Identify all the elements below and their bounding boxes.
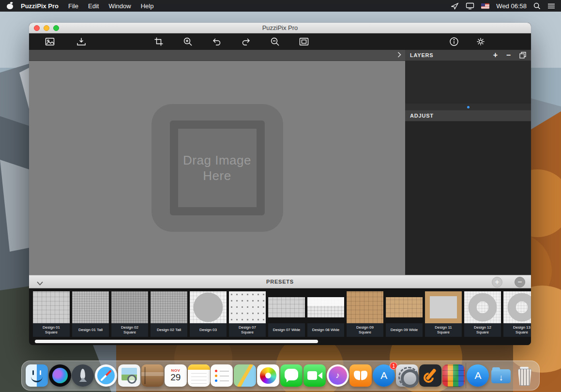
window-title: PuzziPix Pro: [262, 24, 298, 31]
preset-design-03[interactable]: Design 03: [190, 291, 227, 345]
open-image-icon[interactable]: [45, 37, 55, 46]
zoom-in-icon[interactable]: [182, 37, 193, 46]
preset-design-12-square[interactable]: Design 12 Square: [464, 291, 501, 345]
preset-label: Design 01 Tall: [72, 323, 109, 337]
remove-preset-icon[interactable]: −: [515, 277, 525, 287]
preset-design-11-square[interactable]: Design 11 Square: [425, 291, 462, 345]
preset-design-13-square[interactable]: Design 13 Square: [503, 291, 531, 345]
dock-icon-reminders[interactable]: [211, 364, 233, 387]
menu-file[interactable]: File: [63, 0, 83, 12]
minimize-button[interactable]: [44, 25, 49, 31]
preset-thumbnail: [33, 291, 70, 323]
presets-strip: Design 01 Square Design 01 Tall Design 0…: [29, 288, 531, 345]
preset-label: Design 02 Tall: [151, 323, 187, 337]
presets-collapse-chevron-icon[interactable]: [37, 279, 43, 287]
dock-icon-books[interactable]: [349, 364, 372, 387]
menu-app-name[interactable]: PuzziPix Pro: [16, 0, 63, 12]
import-image-icon[interactable]: [76, 37, 87, 46]
presets-bar: PRESETS + −: [29, 275, 531, 288]
preset-design-02-tall[interactable]: Design 02 Tall: [151, 291, 187, 345]
preset-thumbnail: [111, 291, 148, 323]
preset-design-01-square[interactable]: Design 01 Square: [33, 291, 70, 345]
presets-scrollbar[interactable]: [35, 340, 318, 343]
preset-thumbnail: [151, 291, 187, 323]
menu-window[interactable]: Window: [104, 0, 136, 12]
adjust-title: ADJUST: [410, 113, 434, 119]
add-preset-icon[interactable]: +: [492, 277, 502, 287]
dock-icon-messages[interactable]: [280, 364, 303, 387]
dock-icon-safari[interactable]: [95, 364, 117, 387]
preset-design-07-square[interactable]: Design 07 Square: [229, 291, 266, 345]
dock-icon-siri[interactable]: [49, 364, 71, 387]
dock-icon-contacts[interactable]: [141, 364, 164, 387]
canvas[interactable]: Drag Image Here: [29, 61, 405, 275]
preset-thumbnail: [464, 291, 501, 323]
zoom-button[interactable]: [53, 25, 59, 31]
dock-icon-finder[interactable]: [26, 364, 48, 387]
adjust-panel-header: ADJUST: [405, 110, 531, 121]
side-panel: LAYERS + − ADJUST: [405, 50, 531, 275]
dock-icon-calendar[interactable]: NOV 29: [165, 364, 187, 387]
dock-icon-puzzipix[interactable]: [442, 364, 465, 387]
dock-icon-launchpad[interactable]: [72, 364, 94, 387]
preset-design-09-wide[interactable]: Design 09 Wide: [386, 291, 423, 345]
menu-edit[interactable]: Edit: [83, 0, 104, 12]
preset-thumbnail: [229, 291, 266, 323]
duplicate-layer-icon[interactable]: [519, 52, 526, 59]
preset-thumbnail: [72, 291, 109, 323]
preset-label: Design 09 Square: [347, 323, 383, 337]
add-layer-icon[interactable]: +: [493, 51, 498, 59]
toolbar: [29, 33, 531, 50]
preset-design-02-square[interactable]: Design 02 Square: [111, 291, 148, 345]
title-bar[interactable]: PuzziPix Pro: [29, 23, 531, 33]
preset-label: Design 07 Square: [229, 323, 266, 337]
control-center-icon[interactable]: [547, 3, 555, 9]
redo-icon[interactable]: [241, 37, 251, 46]
dock-icon-photos[interactable]: [257, 364, 279, 387]
dock-icon-preview[interactable]: [118, 364, 140, 387]
preset-design-09-square[interactable]: Design 09 Square: [347, 291, 383, 345]
collapse-panel-chevron-icon[interactable]: [397, 51, 401, 60]
menu-bar: PuzziPix Pro File Edit Window Help Wed 0…: [0, 0, 561, 12]
crop-icon[interactable]: [153, 37, 164, 46]
menu-help[interactable]: Help: [136, 0, 159, 12]
zoom-out-icon[interactable]: [270, 37, 280, 46]
adjust-content[interactable]: [405, 121, 531, 274]
desktop: PuzziPix Pro File Edit Window Help Wed 0…: [0, 0, 561, 392]
dock-icon-system-preferences[interactable]: [396, 364, 418, 387]
dock-separator: [466, 363, 466, 388]
preset-design-08-wide[interactable]: Design 08 Wide: [307, 291, 344, 345]
menubar-clock[interactable]: Wed 06:58: [496, 2, 527, 10]
preset-design-01-tall[interactable]: Design 01 Tall: [72, 291, 109, 345]
preset-label: Design 03: [190, 323, 227, 337]
us-flag-icon[interactable]: [481, 3, 489, 9]
dock-icon-app-store[interactable]: A 1: [373, 364, 395, 387]
preset-design-07-wide[interactable]: Design 07 Wide: [268, 291, 305, 345]
display-icon[interactable]: [466, 2, 474, 10]
preset-label: Design 09 Wide: [386, 323, 423, 337]
drop-zone[interactable]: Drag Image Here: [152, 104, 283, 232]
preset-thumbnail: [425, 291, 462, 323]
dock-icon-downloads[interactable]: ↓: [490, 364, 512, 387]
dock-icon-itunes[interactable]: ♪: [327, 364, 349, 387]
fit-to-screen-icon[interactable]: [299, 37, 309, 46]
undo-icon[interactable]: [212, 37, 222, 46]
dock-icon-facetime[interactable]: [303, 364, 326, 387]
layers-list[interactable]: [405, 61, 531, 104]
apple-menu-icon[interactable]: [7, 2, 13, 9]
send-icon[interactable]: [451, 2, 459, 10]
info-icon[interactable]: [449, 37, 459, 46]
remove-layer-icon[interactable]: −: [506, 51, 511, 59]
dock-icon-installer-utility[interactable]: [419, 364, 441, 387]
preset-label: Design 12 Square: [464, 323, 501, 337]
preset-label: Design 08 Wide: [307, 323, 344, 337]
search-icon[interactable]: [533, 2, 541, 10]
music-note-glyph: ♪: [327, 364, 349, 387]
dock-icon-notes[interactable]: [188, 364, 210, 387]
settings-gear-icon[interactable]: [475, 37, 486, 46]
dock-icon-trash[interactable]: [513, 364, 535, 387]
dock-icon-maps[interactable]: [234, 364, 256, 387]
dock-icon-applications[interactable]: A: [467, 364, 489, 387]
panel-splitter[interactable]: [405, 104, 531, 110]
close-button[interactable]: [34, 25, 40, 31]
